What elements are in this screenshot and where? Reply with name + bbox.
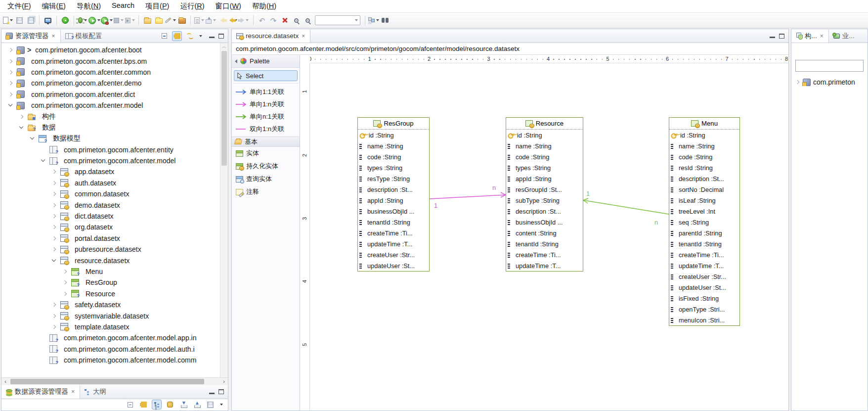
chevron-icon[interactable] bbox=[63, 280, 68, 285]
tree-row[interactable]: com.primeton.gocom.afcenter.model.auth.i bbox=[1, 344, 228, 355]
tree-row[interactable]: pubresource.datasetx bbox=[1, 244, 228, 255]
close-icon[interactable]: × bbox=[71, 388, 75, 395]
tree-row[interactable]: com.primeton.gocom.afcenter.model bbox=[1, 155, 228, 166]
palette-relation-tool[interactable]: 单向1:n关联 bbox=[232, 98, 300, 110]
tree-row[interactable]: 数据模型 bbox=[1, 133, 228, 144]
entity-field[interactable]: updateTime :T... bbox=[669, 260, 739, 271]
connection-menu-resource[interactable]: 1 n bbox=[583, 190, 669, 226]
tree-row[interactable]: com.primeton.gocom.afcenter.demo bbox=[1, 78, 228, 89]
tab-resource-explorer[interactable]: 资源管理器 × bbox=[1, 29, 61, 43]
entity-field[interactable]: id :String bbox=[506, 130, 583, 140]
close-icon[interactable]: × bbox=[820, 33, 824, 40]
entity-box[interactable]: Menu id :String bbox=[669, 117, 740, 326]
menu-item[interactable]: 帮助(H) bbox=[247, 0, 282, 13]
entity-field[interactable]: code :String bbox=[669, 151, 739, 162]
entity-field[interactable]: createTime :Ti... bbox=[506, 249, 583, 260]
tree-row[interactable]: com.primeton.gocom.afcenter.model bbox=[1, 100, 228, 111]
entity-field[interactable]: name :String bbox=[669, 140, 739, 151]
entity-field[interactable]: resType :String bbox=[358, 173, 429, 184]
entity-field[interactable]: menuIcon :Stri... bbox=[669, 315, 739, 325]
chevron-icon[interactable] bbox=[41, 335, 46, 340]
entity-field[interactable]: updateTime :T... bbox=[506, 260, 583, 271]
tree-row[interactable]: 构件 bbox=[1, 111, 228, 122]
chevron-icon[interactable] bbox=[52, 324, 57, 329]
entity-field[interactable]: createTime :Ti... bbox=[358, 228, 429, 238]
diagram-layout-button[interactable] bbox=[368, 14, 379, 26]
entity-field[interactable]: isLeaf :String bbox=[669, 195, 739, 206]
chevron-icon[interactable] bbox=[52, 214, 57, 219]
menu-item[interactable]: 项目(P) bbox=[140, 0, 174, 13]
undo-button[interactable]: ↶ bbox=[257, 14, 267, 26]
tree-row[interactable]: safety.datasetx bbox=[1, 299, 228, 310]
chevron-icon[interactable] bbox=[63, 291, 68, 296]
chevron-icon[interactable] bbox=[52, 236, 57, 241]
tab-template-config[interactable]: 模板配置 bbox=[61, 29, 107, 43]
chevron-icon[interactable] bbox=[19, 125, 24, 130]
entity-field[interactable]: description :St... bbox=[669, 173, 739, 184]
tree-horizontal-scrollbar[interactable]: ‹ › bbox=[1, 377, 228, 385]
chevron-icon[interactable] bbox=[8, 59, 13, 64]
save-all-button[interactable] bbox=[25, 14, 36, 26]
entity-field[interactable]: parentId :String bbox=[669, 228, 739, 238]
export-button[interactable] bbox=[192, 400, 202, 410]
tree-row[interactable]: com.primeton.gocom.afcenter.dict bbox=[1, 89, 228, 100]
chevron-icon[interactable] bbox=[30, 136, 35, 141]
chevron-icon[interactable] bbox=[41, 147, 46, 152]
maximize-icon[interactable] bbox=[218, 34, 224, 39]
tree-row[interactable]: dict.datasetx bbox=[1, 211, 228, 222]
menu-item[interactable]: Search() bbox=[106, 0, 140, 13]
tree-row[interactable]: auth.datasetx bbox=[1, 178, 228, 188]
tab-outline[interactable]: 大纲 bbox=[80, 385, 111, 399]
connection-resgroup-resource[interactable]: 1 n bbox=[430, 184, 506, 209]
tree-row[interactable]: com.primeton.gocom.afcenter.model.comm bbox=[1, 355, 228, 365]
debug-button[interactable] bbox=[77, 14, 88, 26]
mark-occurrences-button[interactable] bbox=[165, 14, 176, 26]
entity-field[interactable]: tenantId :String bbox=[358, 217, 429, 228]
entity-field[interactable]: tenantId :String bbox=[506, 238, 583, 249]
palette-relation-tool[interactable]: 单向1:1关联 bbox=[232, 86, 300, 98]
entity-field[interactable]: openType :Stri... bbox=[669, 304, 739, 315]
chevron-icon[interactable] bbox=[52, 314, 57, 319]
chevron-icon[interactable] bbox=[52, 302, 57, 307]
entity-field[interactable]: businessObjId ... bbox=[358, 206, 429, 217]
forward-button[interactable] bbox=[239, 14, 250, 26]
tree-row[interactable]: org.datasetx bbox=[1, 222, 228, 232]
chevron-icon[interactable] bbox=[41, 347, 46, 352]
palette-collapse-icon[interactable] bbox=[235, 59, 237, 63]
chevron-icon[interactable] bbox=[41, 358, 46, 363]
scroll-up-icon[interactable]: ︿ bbox=[220, 43, 228, 50]
chevron-icon[interactable] bbox=[52, 191, 57, 196]
view-menu-icon[interactable] bbox=[220, 404, 223, 406]
refresh-button[interactable] bbox=[185, 31, 195, 41]
chevron-icon[interactable] bbox=[8, 92, 13, 97]
entity-field[interactable]: tenantId :String bbox=[669, 238, 739, 249]
tree-row[interactable]: ResGroup bbox=[1, 277, 228, 288]
tree-row[interactable]: portal.datasetx bbox=[1, 233, 228, 244]
tree-row[interactable]: Menu bbox=[1, 266, 228, 277]
palette-header[interactable]: Palette bbox=[232, 55, 300, 68]
chevron-icon[interactable] bbox=[52, 203, 57, 208]
scroll-right-icon[interactable]: › bbox=[220, 378, 228, 385]
tree-row[interactable]: template.datasetx bbox=[1, 321, 228, 332]
entity-field[interactable]: types :String bbox=[358, 162, 429, 173]
entity-field[interactable]: id :String bbox=[669, 130, 739, 140]
back-button[interactable] bbox=[228, 14, 239, 26]
zoom-in-button[interactable] bbox=[291, 14, 302, 26]
entity-box[interactable]: Resource id :String bbox=[506, 117, 583, 272]
link-with-editor-button[interactable] bbox=[172, 31, 182, 41]
tree-row[interactable]: Resource bbox=[1, 288, 228, 299]
task-list-button[interactable] bbox=[194, 14, 205, 26]
link-with-editor-button[interactable] bbox=[138, 400, 148, 410]
entity-field[interactable]: types :String bbox=[506, 162, 583, 173]
chevron-icon[interactable] bbox=[52, 258, 57, 263]
zoom-out-button[interactable] bbox=[302, 14, 313, 26]
chevron-icon[interactable] bbox=[52, 247, 57, 252]
tree-row[interactable]: app.datasetx bbox=[1, 166, 228, 177]
menu-item[interactable]: 运行(R) bbox=[174, 0, 210, 13]
tab-datasource-explorer[interactable]: 数据源资源管理器 × bbox=[1, 385, 80, 399]
entity-field[interactable]: isFixed :String bbox=[669, 293, 739, 304]
entity-field[interactable]: updateUser :St... bbox=[669, 282, 739, 293]
chevron-icon[interactable] bbox=[41, 158, 46, 163]
entity-field[interactable]: businessObjId ... bbox=[506, 217, 583, 228]
commit-button[interactable] bbox=[205, 14, 216, 26]
